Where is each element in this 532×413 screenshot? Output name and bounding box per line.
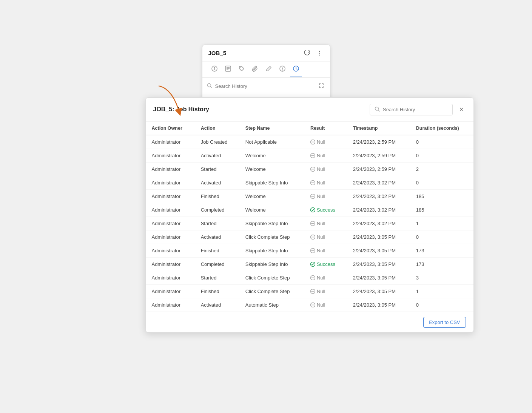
result-cell: Null <box>304 298 347 312</box>
more-button[interactable] <box>315 49 324 57</box>
svg-point-13 <box>282 70 282 70</box>
table-header-cell: Step Name <box>239 122 304 135</box>
null-result: Null <box>310 180 341 186</box>
expand-button[interactable] <box>317 81 325 91</box>
result-cell: Null <box>304 189 347 203</box>
table-cell: Administrator <box>146 189 195 203</box>
table-cell: Click Complete Step <box>239 271 304 284</box>
null-result: Null <box>310 275 341 281</box>
duration-cell: 185 <box>410 203 473 216</box>
timestamp-cell: 2/24/2023, 3:02 PM <box>347 203 410 216</box>
modal-header: JOB_5: Job History × <box>146 98 473 122</box>
table-cell: Completed <box>195 257 239 271</box>
null-result: Null <box>310 248 341 253</box>
table-cell: Administrator <box>146 176 195 189</box>
table-cell: Administrator <box>146 257 195 271</box>
table-row: AdministratorActivatedAutomatic Step Nul… <box>146 298 473 312</box>
table-cell: Administrator <box>146 162 195 176</box>
timestamp-cell: 2/24/2023, 3:05 PM <box>347 298 410 312</box>
table-row: AdministratorCompletedWelcome Success2/2… <box>146 203 473 216</box>
table-cell: Activated <box>195 298 239 312</box>
modal-close-button[interactable]: × <box>457 105 466 114</box>
table-cell: Administrator <box>146 230 195 244</box>
table-cell: Skippable Step Info <box>239 257 304 271</box>
table-cell: Started <box>195 271 239 284</box>
duration-cell: 0 <box>410 135 473 149</box>
duration-cell: 0 <box>410 149 473 162</box>
search-input[interactable] <box>215 83 314 89</box>
null-result: Null <box>310 289 341 294</box>
svg-point-1 <box>319 52 319 53</box>
timestamp-cell: 2/24/2023, 2:59 PM <box>347 162 410 176</box>
success-result: Success <box>310 207 341 213</box>
table-cell: Administrator <box>146 244 195 257</box>
table-header-cell: Timestamp <box>347 122 410 135</box>
result-cell: Null <box>304 162 347 176</box>
duration-cell: 173 <box>410 244 473 257</box>
refresh-button[interactable] <box>303 49 312 57</box>
timestamp-cell: 2/24/2023, 3:05 PM <box>347 271 410 284</box>
tab-history[interactable] <box>290 62 302 77</box>
modal-search-input[interactable] <box>383 107 448 112</box>
table-row: AdministratorFinishedSkippable Step Info… <box>146 244 473 257</box>
duration-cell: 0 <box>410 230 473 244</box>
tab-tag[interactable] <box>236 62 248 77</box>
timestamp-cell: 2/24/2023, 3:05 PM <box>347 257 410 271</box>
modal-title: JOB_5: Job History <box>153 106 209 113</box>
table-cell: Administrator <box>146 284 195 298</box>
modal-footer: Export to CSV <box>146 312 473 332</box>
table-header-cell: Result <box>304 122 347 135</box>
timestamp-cell: 2/24/2023, 3:02 PM <box>347 216 410 230</box>
null-result: Null <box>310 139 341 145</box>
table-cell: Administrator <box>146 135 195 149</box>
modal-search-bar <box>370 104 453 115</box>
tab-edit[interactable] <box>263 62 275 77</box>
duration-cell: 0 <box>410 298 473 312</box>
svg-line-16 <box>210 86 212 88</box>
table-cell: Welcome <box>239 203 304 216</box>
result-cell: Null <box>304 230 347 244</box>
table-cell: Finished <box>195 244 239 257</box>
svg-point-2 <box>319 54 319 55</box>
tab-alert[interactable] <box>276 62 288 77</box>
table-cell: Activated <box>195 176 239 189</box>
history-table: Action OwnerActionStep NameResultTimesta… <box>146 122 473 312</box>
duration-cell: 3 <box>410 271 473 284</box>
result-cell: Success <box>304 257 347 271</box>
tab-attach[interactable] <box>249 62 261 77</box>
search-icon <box>207 83 212 89</box>
table-cell: Administrator <box>146 203 195 216</box>
table-cell: Activated <box>195 149 239 162</box>
table-row: AdministratorFinishedWelcome Null2/24/20… <box>146 189 473 203</box>
tab-list[interactable] <box>222 62 234 77</box>
table-header-cell: Action Owner <box>146 122 195 135</box>
modal-search-icon <box>375 106 380 113</box>
table-row: AdministratorStartedWelcome Null2/24/202… <box>146 162 473 176</box>
timestamp-cell: 2/24/2023, 3:05 PM <box>347 230 410 244</box>
table-cell: Administrator <box>146 298 195 312</box>
history-table-container[interactable]: Action OwnerActionStep NameResultTimesta… <box>146 122 473 312</box>
table-cell: Automatic Step <box>239 298 304 312</box>
tab-info[interactable] <box>208 62 221 77</box>
result-cell: Null <box>304 135 347 149</box>
null-result: Null <box>310 221 341 226</box>
timestamp-cell: 2/24/2023, 3:05 PM <box>347 244 410 257</box>
export-csv-button[interactable]: Export to CSV <box>423 317 466 328</box>
table-cell: Welcome <box>239 149 304 162</box>
table-header: Action OwnerActionStep NameResultTimesta… <box>146 122 473 135</box>
result-cell: Null <box>304 284 347 298</box>
panel-header-actions <box>303 49 324 57</box>
duration-cell: 0 <box>410 176 473 189</box>
null-result: Null <box>310 302 341 308</box>
table-cell: Administrator <box>146 216 195 230</box>
table-cell: Skippable Step Info <box>239 216 304 230</box>
table-row: AdministratorStartedSkippable Step Info … <box>146 216 473 230</box>
timestamp-cell: 2/24/2023, 3:02 PM <box>347 189 410 203</box>
search-bar <box>202 78 330 95</box>
null-result: Null <box>310 166 341 172</box>
result-cell: Null <box>304 244 347 257</box>
null-result: Null <box>310 153 341 158</box>
table-body: AdministratorJob CreatedNot Applicable N… <box>146 135 473 312</box>
duration-cell: 2 <box>410 162 473 176</box>
timestamp-cell: 2/24/2023, 2:59 PM <box>347 149 410 162</box>
